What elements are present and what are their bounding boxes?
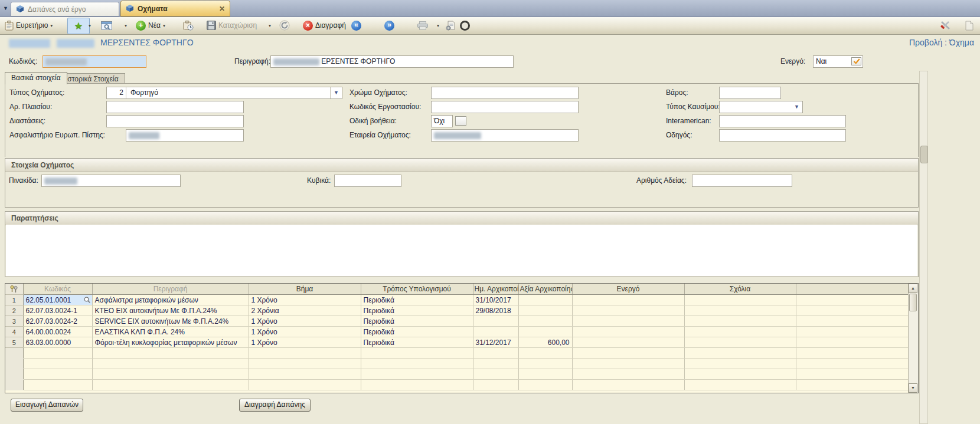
grid-cell-empty[interactable] <box>23 369 92 380</box>
grid-cell-empty[interactable] <box>361 380 473 390</box>
grid-cell-empty[interactable] <box>92 348 249 359</box>
grid-cell-calc[interactable]: Περιοδικά <box>361 316 473 327</box>
grid-cell-calc[interactable]: Περιοδικά <box>361 327 473 337</box>
new-dropdown-icon[interactable]: ▾ <box>163 23 165 28</box>
grid-cell-description[interactable]: Ασφάλιστρα μεταφορικών μέσων <box>92 295 249 305</box>
grid-cell-init-value[interactable] <box>518 305 572 316</box>
copy-record-button[interactable] <box>181 18 195 33</box>
favorites-dropdown[interactable]: ▾ <box>87 18 93 33</box>
fuel-type-combo[interactable]: ▼ <box>719 101 803 113</box>
grid-cell-comments[interactable] <box>684 337 796 348</box>
grid-cell-empty[interactable] <box>23 359 92 369</box>
save-dropdown[interactable]: ▾ <box>267 18 273 33</box>
grid-cell-code[interactable]: 62.07.03.0024-1 <box>23 305 92 316</box>
previous-record-button[interactable]: « <box>349 18 363 33</box>
row-selector[interactable]: 1 <box>5 295 23 305</box>
description-field[interactable]: ΕΡΣΕΝΤΕΣ ΦΟΡΤΗΓΟ <box>270 55 514 68</box>
tab-history-data[interactable]: Ιστορικά Στοιχεία <box>59 73 125 84</box>
grid-cell-empty[interactable] <box>684 359 796 369</box>
grid-cell-empty[interactable] <box>249 359 361 369</box>
row-selector[interactable] <box>5 359 23 369</box>
grid-cell-active[interactable] <box>572 316 684 327</box>
col-header-description[interactable]: Περιγραφή <box>92 284 249 295</box>
road-assist-checkbox[interactable] <box>455 116 466 126</box>
grid-cell-comments[interactable] <box>684 305 796 316</box>
col-header-init-value[interactable]: Αξία Αρχικοποίησ <box>518 284 572 295</box>
grid-cell-empty[interactable] <box>572 369 684 380</box>
grid-cell-empty[interactable] <box>23 348 92 359</box>
insurance-field[interactable] <box>126 129 244 142</box>
print-button[interactable] <box>416 18 430 33</box>
grid-cell-description[interactable]: ΕΛΑΣΤΙΚΑ ΚΛΠ Φ.Π.Α. 24% <box>92 327 249 337</box>
grid-cell-empty[interactable] <box>361 359 473 369</box>
delete-button[interactable]: × Διαγραφή <box>301 18 348 33</box>
grid-cell-init-date[interactable] <box>473 316 518 327</box>
grid-cell-init-value[interactable]: 600,00 <box>518 337 572 348</box>
license-number-field[interactable] <box>692 175 792 187</box>
row-selector[interactable]: 4 <box>5 327 23 337</box>
index-dropdown-icon[interactable]: ▾ <box>50 23 53 28</box>
grid-cell-empty[interactable] <box>518 369 572 380</box>
scroll-down-icon[interactable]: ▼ <box>909 383 917 393</box>
grid-cell-active[interactable] <box>572 337 684 348</box>
grid-cell-empty[interactable] <box>572 359 684 369</box>
vehicle-company-field[interactable] <box>431 129 579 142</box>
audit-button[interactable] <box>458 18 472 33</box>
chevron-down-icon[interactable]: ▼ <box>330 87 342 98</box>
grid-cell-empty[interactable] <box>23 380 92 390</box>
col-header-comments[interactable]: Σχόλια <box>684 284 796 295</box>
grid-cell-active[interactable] <box>572 305 684 316</box>
close-tab-icon[interactable]: ✕ <box>219 5 225 12</box>
grid-cell-code[interactable]: 62.05.01.0001 <box>23 295 92 305</box>
grid-cell-description[interactable]: Φόροι-τέλη κυκλοφορίας μεταφορικών μέσων <box>92 337 249 348</box>
grid-cell-empty[interactable] <box>249 369 361 380</box>
grid-cell-code[interactable]: 63.03.00.0000 <box>23 337 92 348</box>
dimensions-field[interactable] <box>106 115 244 127</box>
grid-cell-empty[interactable] <box>92 380 249 390</box>
chassis-field[interactable] <box>106 101 244 113</box>
tools-button[interactable] <box>937 18 953 33</box>
scrollbar-thumb[interactable] <box>909 294 917 311</box>
grid-cell-comments[interactable] <box>684 295 796 305</box>
grid-cell-empty[interactable] <box>361 369 473 380</box>
grid-cell-empty[interactable] <box>249 348 361 359</box>
row-selector[interactable] <box>5 348 23 359</box>
grid-cell-code[interactable]: 62.07.03.0024-2 <box>23 316 92 327</box>
grid-cell-empty[interactable] <box>473 348 518 359</box>
grid-cell-init-date[interactable]: 29/08/2018 <box>473 305 518 316</box>
row-selector[interactable]: 2 <box>5 305 23 316</box>
grid-cell-init-value[interactable] <box>518 327 572 337</box>
settings-document-button[interactable] <box>444 18 458 33</box>
row-selector[interactable] <box>5 380 23 390</box>
row-selector[interactable]: 3 <box>5 316 23 327</box>
scroll-up-icon[interactable]: ▲ <box>909 284 917 293</box>
grid-cell-step[interactable]: 1 Χρόνο <box>249 337 361 348</box>
grid-cell-step[interactable]: 1 Χρόνο <box>249 316 361 327</box>
grid-cell-code[interactable]: 64.00.00.0024 <box>23 327 92 337</box>
index-button[interactable]: Ευρετήριο ▾ <box>3 18 54 33</box>
window-tab-expenses[interactable]: Δαπάνες ανά έργο <box>11 2 119 17</box>
chevron-down-icon[interactable]: ▼ <box>791 101 802 113</box>
grid-cell-step[interactable]: 1 Χρόνο <box>249 295 361 305</box>
active-field[interactable]: Ναι <box>813 55 863 68</box>
grid-cell-empty[interactable] <box>518 348 572 359</box>
grid-cell-init-date[interactable] <box>473 327 518 337</box>
panel-scrollbar[interactable] <box>919 71 928 424</box>
grid-corner-cell[interactable] <box>5 284 23 295</box>
grid-cell-empty[interactable] <box>684 348 796 359</box>
grid-cell-description[interactable]: ΚΤΕΟ ΕΙΧ αυτοκινήτων Με Φ.Π.Α.24% <box>92 305 249 316</box>
grid-cell-calc[interactable]: Περιοδικά <box>361 337 473 348</box>
tab-list-dropdown-icon[interactable]: ▼ <box>1 2 10 14</box>
grid-cell-empty[interactable] <box>361 348 473 359</box>
browse-dropdown[interactable]: ▾ <box>123 18 129 33</box>
lookup-magnifier-icon[interactable] <box>83 296 91 304</box>
road-assist-value-field[interactable]: Όχι <box>431 115 453 127</box>
grid-scrollbar[interactable]: ▲ ▼ <box>908 284 918 393</box>
active-checkbox[interactable] <box>851 57 861 65</box>
panel-scrollbar-thumb[interactable] <box>920 146 928 163</box>
grid-cell-empty[interactable] <box>684 380 796 390</box>
plate-field[interactable] <box>41 175 181 187</box>
refresh-button[interactable] <box>277 18 292 33</box>
grid-cell-active[interactable] <box>572 327 684 337</box>
grid-cell-empty[interactable] <box>473 369 518 380</box>
